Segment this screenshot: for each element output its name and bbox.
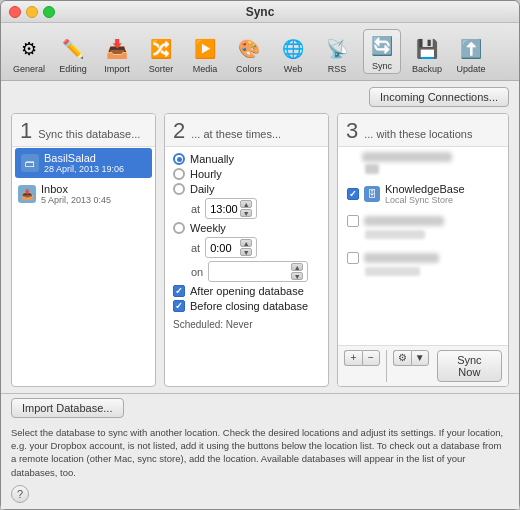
weekly-radio[interactable] <box>173 222 185 234</box>
db-icon-inbox: 📥 <box>18 185 36 203</box>
day-stepper[interactable]: ▲ ▼ <box>291 263 303 280</box>
remove-location-button[interactable]: − <box>362 350 380 366</box>
weekly-stepper-down[interactable]: ▼ <box>240 248 252 256</box>
rss-icon: 📡 <box>323 35 351 63</box>
db-item-inbox[interactable]: 📥 Inbox 5 April, 2013 0:45 <box>12 179 155 209</box>
web-icon: 🌐 <box>279 35 307 63</box>
rss-label: RSS <box>328 64 347 74</box>
knowledgebase-checkbox[interactable] <box>347 188 359 200</box>
db-date-inbox: 5 April, 2013 0:45 <box>41 195 111 205</box>
toolbar-rss[interactable]: 📡 RSS <box>319 35 355 74</box>
toolbar-media[interactable]: ▶️ Media <box>187 35 223 74</box>
before-closing-checkbox[interactable] <box>173 300 185 312</box>
db-item-basilsalad[interactable]: 🗃 BasilSalad 28 April, 2013 19:06 <box>15 148 152 178</box>
after-opening-label: After opening database <box>190 285 304 297</box>
update-label: Update <box>456 64 485 74</box>
weekly-stepper-up[interactable]: ▲ <box>240 239 252 247</box>
blurred-sub-3 <box>365 267 420 276</box>
minimize-button[interactable] <box>26 6 38 18</box>
step3-label: ... with these locations <box>364 128 472 140</box>
toolbar-editing[interactable]: ✏️ Editing <box>55 35 91 74</box>
daily-at-label: at <box>191 203 200 215</box>
panel-2-body: Manually Hourly Daily at 13:00 <box>165 147 328 386</box>
hourly-label: Hourly <box>190 168 222 180</box>
day-stepper-up[interactable]: ▲ <box>291 263 303 271</box>
close-button[interactable] <box>9 6 21 18</box>
top-controls: Incoming Connections... <box>1 81 519 113</box>
after-opening-checkbox[interactable] <box>173 285 185 297</box>
db-icon-basilsalad: 🗃 <box>21 154 39 172</box>
toolbar-sorter[interactable]: 🔀 Sorter <box>143 35 179 74</box>
step1-label: Sync this database... <box>38 128 140 140</box>
weekly-at-label: at <box>191 242 200 254</box>
radio-manually[interactable]: Manually <box>173 153 320 165</box>
radio-weekly[interactable]: Weekly <box>173 222 320 234</box>
import-database-button[interactable]: Import Database... <box>11 398 124 418</box>
daily-time-stepper[interactable]: ▲ ▼ <box>240 200 252 217</box>
before-closing-row[interactable]: Before closing database <box>173 300 320 312</box>
weekly-time-value: 0:00 <box>210 242 231 254</box>
panel-2-header: 2 ... at these times... <box>165 114 328 147</box>
blurred-checkbox-2[interactable] <box>347 215 359 227</box>
daily-time-input[interactable]: 13:00 ▲ ▼ <box>205 198 257 219</box>
import-label: Import <box>104 64 130 74</box>
toolbar-web[interactable]: 🌐 Web <box>275 35 311 74</box>
maximize-button[interactable] <box>43 6 55 18</box>
sorter-icon: 🔀 <box>147 35 175 63</box>
scheduled-value: Never <box>226 319 253 330</box>
traffic-lights <box>9 6 55 18</box>
radio-daily[interactable]: Daily <box>173 183 320 195</box>
panel-databases: 1 Sync this database... 🗃 BasilSalad 28 … <box>11 113 156 387</box>
location-chevron-button[interactable]: ▼ <box>411 350 429 366</box>
toolbar-colors[interactable]: 🎨 Colors <box>231 35 267 74</box>
sync-label: Sync <box>372 61 392 71</box>
toolbar-backup[interactable]: 💾 Backup <box>409 35 445 74</box>
add-remove-btn-group: + − <box>344 350 380 382</box>
web-label: Web <box>284 64 302 74</box>
toolbar-import[interactable]: 📥 Import <box>99 35 135 74</box>
toolbar-update[interactable]: ⬆️ Update <box>453 35 489 74</box>
add-location-button[interactable]: + <box>344 350 362 366</box>
media-icon: ▶️ <box>191 35 219 63</box>
manually-radio[interactable] <box>173 153 185 165</box>
sync-now-button[interactable]: Sync Now <box>437 350 502 382</box>
daily-radio[interactable] <box>173 183 185 195</box>
weekly-time-input[interactable]: 0:00 ▲ ▼ <box>205 237 257 258</box>
backup-icon: 💾 <box>413 35 441 63</box>
colors-label: Colors <box>236 64 262 74</box>
knowledgebase-icon: 🗄 <box>364 186 380 202</box>
location-settings-button[interactable]: ⚙ <box>393 350 411 366</box>
day-stepper-down[interactable]: ▼ <box>291 272 303 280</box>
toolbar-sync[interactable]: 🔄 Sync <box>363 29 401 74</box>
knowledgebase-sub: Local Sync Store <box>385 195 465 205</box>
backup-label: Backup <box>412 64 442 74</box>
help-row: ? <box>1 481 519 509</box>
before-closing-label: Before closing database <box>190 300 308 312</box>
after-opening-row[interactable]: After opening database <box>173 285 320 297</box>
weekly-time-row: at 0:00 ▲ ▼ <box>191 237 320 258</box>
footer-text: Select the database to sync with another… <box>11 427 503 478</box>
radio-hourly[interactable]: Hourly <box>173 168 320 180</box>
weekly-time-stepper[interactable]: ▲ ▼ <box>240 239 252 256</box>
blurred-sub-2 <box>365 230 425 239</box>
incoming-connections-button[interactable]: Incoming Connections... <box>369 87 509 107</box>
main-content: 1 Sync this database... 🗃 BasilSalad 28 … <box>1 113 519 393</box>
locations-footer: + − ⚙ ▼ Sync Now <box>338 345 508 386</box>
db-info-inbox: Inbox 5 April, 2013 0:45 <box>41 183 111 205</box>
step1-number: 1 <box>20 120 32 142</box>
weekly-day-select[interactable]: ▲ ▼ <box>208 261 308 282</box>
panel-1-header: 1 Sync this database... <box>12 114 155 147</box>
hourly-radio[interactable] <box>173 168 185 180</box>
blurred-checkbox-3[interactable] <box>347 252 359 264</box>
panel-3-header: 3 ... with these locations <box>338 114 508 147</box>
scheduled-label: Scheduled: <box>173 319 223 330</box>
toolbar-general[interactable]: ⚙ General <box>11 35 47 74</box>
daily-stepper-up[interactable]: ▲ <box>240 200 252 208</box>
general-icon: ⚙ <box>15 35 43 63</box>
daily-stepper-down[interactable]: ▼ <box>240 209 252 217</box>
weekly-on-row: on ▲ ▼ <box>191 261 320 282</box>
editing-label: Editing <box>59 64 87 74</box>
step3-number: 3 <box>346 120 358 142</box>
help-button[interactable]: ? <box>11 485 29 503</box>
location-knowledgebase[interactable]: 🗄 KnowledgeBase Local Sync Store <box>344 181 502 207</box>
